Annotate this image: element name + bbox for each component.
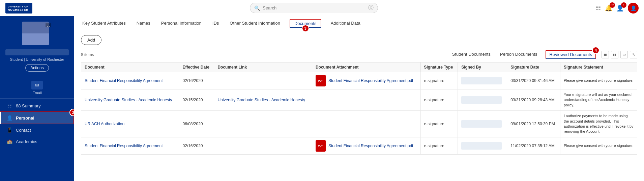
- search-bar: 🔍 ⓧ: [250, 3, 378, 13]
- grid-button[interactable]: ☷: [595, 4, 601, 12]
- clear-search-icon[interactable]: ⓧ: [368, 4, 374, 11]
- cell-doc-link: [214, 137, 312, 154]
- search-input[interactable]: [263, 5, 365, 10]
- tab-reviewed-documents-wrapper: Reviewed Documents 4: [546, 50, 596, 59]
- signed-by-value: [461, 77, 502, 84]
- cell-effective-date: 02/15/2020: [179, 89, 214, 111]
- summary-label: 88 Summary: [16, 103, 41, 108]
- content-body: Add 8 items Student Documents Person Doc…: [74, 31, 644, 181]
- col-header-signature-date: Signature Date: [507, 62, 560, 72]
- view-icon-1[interactable]: ☰: [602, 51, 609, 58]
- tab-personal-information[interactable]: Personal Information: [160, 17, 203, 30]
- table-row: Student Financial Responsibility Agreeme…: [81, 72, 637, 89]
- cell-signature-type: e-signature: [420, 137, 458, 154]
- contact-label: Contact: [16, 128, 31, 133]
- cell-signature-date: 03/31/2020 09:31:46 AM: [507, 72, 560, 89]
- doc-tabs: Student Documents Person Documents Revie…: [451, 50, 596, 59]
- cell-effective-date: 02/16/2020: [179, 137, 214, 154]
- documents-table: Document Effective Date Document Link Do…: [81, 62, 637, 155]
- tab-additional-data[interactable]: Additional Data: [329, 17, 362, 30]
- person-button[interactable]: 👤 1: [616, 4, 624, 12]
- svg-text:UNIVERSITY OF: UNIVERSITY OF: [8, 5, 28, 8]
- document-link[interactable]: Student Financial Responsibility Agreeme…: [85, 144, 163, 148]
- pdf-icon: PDF: [316, 140, 326, 152]
- avatar-icon: 👤: [631, 5, 636, 11]
- view-icon-fullscreen[interactable]: ⤡: [630, 51, 637, 58]
- step-badge-3: 3: [302, 25, 309, 32]
- view-icon-3[interactable]: ▭: [620, 51, 628, 58]
- email-button[interactable]: ✉: [31, 81, 43, 89]
- document-link[interactable]: University Graduate Studies - Academic H…: [85, 98, 172, 102]
- step-badge-2: 2: [69, 109, 74, 116]
- cell-doc-link: [214, 111, 312, 137]
- tab-person-documents[interactable]: Person Documents: [499, 50, 539, 59]
- actions-button[interactable]: Actions: [25, 64, 49, 72]
- sidebar-item-personal[interactable]: 👤 Personal 2: [0, 111, 74, 124]
- cell-doc-attachment: PDF Student Financial Responsibility Agr…: [312, 137, 420, 154]
- cell-document: Student Financial Responsibility Agreeme…: [81, 137, 179, 154]
- cell-signature-statement: I authorize payments to be made using th…: [560, 111, 637, 137]
- col-header-signature-statement: Signature Statement: [560, 62, 637, 72]
- add-button[interactable]: Add: [81, 35, 101, 45]
- notifications-badge: 52: [610, 2, 615, 8]
- sidebar-profile: ⛶ Student | University of Rochester Acti…: [0, 16, 74, 77]
- academics-icon: 🏫: [6, 138, 12, 145]
- top-header: UNIVERSITY OF ROCHESTER 🔍 ⓧ ☷ 🔔 52 👤 1 👤: [0, 0, 644, 16]
- cell-signed-by: [458, 89, 507, 111]
- col-header-signed-by: Signed By: [458, 62, 507, 72]
- cell-doc-attachment: [312, 89, 420, 111]
- doc-view-icons: ☰ ☷ ▭ ⤡: [602, 51, 637, 58]
- table-row: UR ACH Authorization06/08/2020e-signatur…: [81, 111, 637, 137]
- notifications-button[interactable]: 🔔 52: [605, 4, 612, 12]
- doc-link-anchor[interactable]: University Graduate Studies - Academic H…: [217, 98, 305, 102]
- cell-document: University Graduate Studies - Academic H…: [81, 89, 179, 111]
- cell-signature-type: e-signature: [420, 72, 458, 89]
- tab-other-student-information[interactable]: Other Student Information: [228, 17, 282, 30]
- cell-signature-date: 11/02/2020 07:35:12 AM: [507, 137, 560, 154]
- tab-ids[interactable]: IDs: [211, 17, 221, 30]
- pdf-attachment[interactable]: PDF Student Financial Responsibility Agr…: [316, 140, 417, 152]
- sidebar-item-contact[interactable]: 📱 Contact: [0, 124, 74, 136]
- expand-icon[interactable]: ⛶: [46, 23, 51, 27]
- cell-signed-by: [458, 111, 507, 137]
- avatar[interactable]: 👤: [628, 3, 639, 14]
- col-header-signature-type: Signature Type: [420, 62, 458, 72]
- tab-student-documents[interactable]: Student Documents: [451, 50, 492, 59]
- col-header-document-link: Document Link: [214, 62, 312, 72]
- profile-image: [22, 22, 49, 45]
- sidebar-item-summary[interactable]: ☷ 88 Summary: [0, 100, 74, 111]
- cell-effective-date: 02/16/2020: [179, 72, 214, 89]
- pdf-link[interactable]: Student Financial Responsibility Agreeme…: [328, 78, 413, 83]
- signed-by-value: [461, 96, 502, 104]
- tab-names[interactable]: Names: [135, 17, 152, 30]
- tab-reviewed-documents[interactable]: Reviewed Documents: [546, 50, 596, 59]
- items-count: 8 items: [81, 52, 449, 57]
- logo: UNIVERSITY OF ROCHESTER: [5, 3, 32, 14]
- sidebar-item-academics[interactable]: 🏫 Academics: [0, 136, 74, 147]
- document-link[interactable]: Student Financial Responsibility Agreeme…: [85, 78, 163, 83]
- document-link[interactable]: UR ACH Authorization: [85, 122, 124, 126]
- cell-signed-by: [458, 137, 507, 154]
- svg-text:ROCHESTER: ROCHESTER: [8, 8, 28, 11]
- view-icon-2[interactable]: ☷: [611, 51, 618, 58]
- personal-label: Personal: [16, 115, 34, 121]
- contact-icon: 📱: [6, 127, 12, 133]
- cell-doc-link: University Graduate Studies - Academic H…: [214, 89, 312, 111]
- pdf-link[interactable]: Student Financial Responsibility Agreeme…: [328, 144, 413, 148]
- cell-signature-type: e-signature: [420, 111, 458, 137]
- sub-tabs: Key Student Attributes Names Personal In…: [74, 16, 644, 31]
- cell-document: Student Financial Responsibility Agreeme…: [81, 72, 179, 89]
- col-header-document-attachment: Document Attachment: [312, 62, 420, 72]
- pdf-attachment[interactable]: PDF Student Financial Responsibility Agr…: [316, 75, 417, 86]
- cell-document: UR ACH Authorization: [81, 111, 179, 137]
- logo-image: UNIVERSITY OF ROCHESTER: [5, 3, 32, 14]
- pdf-icon: PDF: [316, 75, 326, 86]
- col-header-document: Document: [81, 62, 179, 72]
- cell-signed-by: [458, 72, 507, 89]
- tab-key-student-attributes[interactable]: Key Student Attributes: [81, 17, 127, 30]
- header-right: ☷ 🔔 52 👤 1 👤: [595, 3, 639, 14]
- academics-label: Academics: [16, 139, 37, 144]
- cell-doc-link: [214, 72, 312, 89]
- cell-effective-date: 06/08/2020: [179, 111, 214, 137]
- cell-signature-statement: Please give consent with your e-signatur…: [560, 137, 637, 154]
